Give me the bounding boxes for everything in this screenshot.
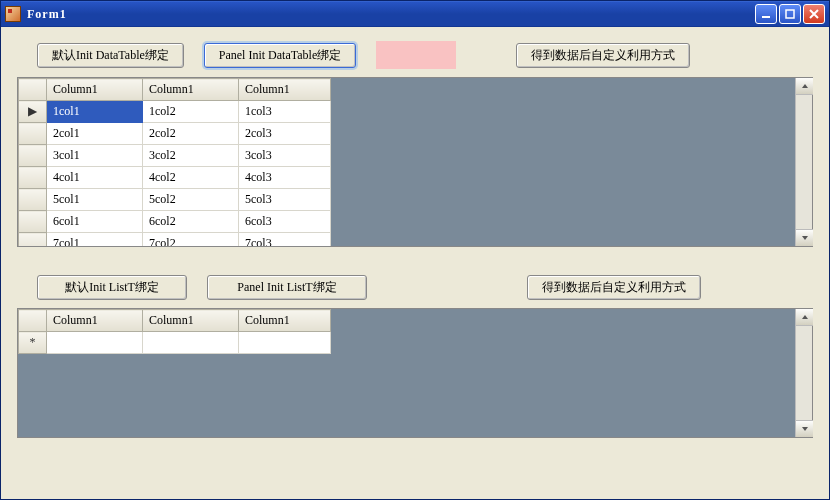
scroll-up-icon[interactable] xyxy=(796,309,813,326)
row-header[interactable]: ▶ xyxy=(19,101,47,123)
datagrid-top[interactable]: Column1Column1Column1▶1col11col21col32co… xyxy=(17,77,813,247)
panel-init-datatable-button[interactable]: Panel Init DataTable绑定 xyxy=(204,43,356,68)
titlebar[interactable]: Form1 xyxy=(1,1,829,27)
cell[interactable]: 5col1 xyxy=(47,189,143,211)
row-header[interactable] xyxy=(19,145,47,167)
rowheader-corner[interactable] xyxy=(19,310,47,332)
table-row[interactable]: * xyxy=(19,332,331,354)
datagrid-bottom[interactable]: Column1Column1Column1* xyxy=(17,308,813,438)
table-row[interactable]: 7col17col27col3 xyxy=(19,233,331,247)
table-row[interactable]: 3col13col23col3 xyxy=(19,145,331,167)
close-button[interactable] xyxy=(803,4,825,24)
cell[interactable]: 7col1 xyxy=(47,233,143,247)
button-row-bottom: 默认Init ListT绑定 Panel Init ListT绑定 得到数据后自… xyxy=(5,265,825,308)
cell[interactable]: 1col2 xyxy=(143,101,239,123)
cell[interactable]: 4col1 xyxy=(47,167,143,189)
cell[interactable]: 6col2 xyxy=(143,211,239,233)
column-header[interactable]: Column1 xyxy=(239,310,331,332)
row-header[interactable] xyxy=(19,211,47,233)
table-row[interactable]: ▶1col11col21col3 xyxy=(19,101,331,123)
cell[interactable] xyxy=(47,332,143,354)
app-icon xyxy=(5,6,21,22)
cell[interactable]: 4col2 xyxy=(143,167,239,189)
cell[interactable]: 1col3 xyxy=(239,101,331,123)
cell[interactable]: 5col3 xyxy=(239,189,331,211)
column-header[interactable]: Column1 xyxy=(143,310,239,332)
default-init-listt-button[interactable]: 默认Init ListT绑定 xyxy=(37,275,187,300)
client-area: 默认Init DataTable绑定 Panel Init DataTable绑… xyxy=(5,31,825,495)
cell[interactable]: 2col1 xyxy=(47,123,143,145)
pink-panel xyxy=(376,41,456,69)
table-row[interactable]: 4col14col24col3 xyxy=(19,167,331,189)
cell[interactable]: 1col1 xyxy=(47,101,143,123)
maximize-button[interactable] xyxy=(779,4,801,24)
custom-use-button-top[interactable]: 得到数据后自定义利用方式 xyxy=(516,43,690,68)
row-header[interactable] xyxy=(19,167,47,189)
scroll-up-icon[interactable] xyxy=(796,78,813,95)
cell[interactable]: 7col2 xyxy=(143,233,239,247)
default-init-datatable-button[interactable]: 默认Init DataTable绑定 xyxy=(37,43,184,68)
row-header[interactable] xyxy=(19,233,47,247)
row-header[interactable]: * xyxy=(19,332,47,354)
minimize-button[interactable] xyxy=(755,4,777,24)
button-row-top: 默认Init DataTable绑定 Panel Init DataTable绑… xyxy=(5,31,825,77)
column-header[interactable]: Column1 xyxy=(143,79,239,101)
table-row[interactable]: 5col15col25col3 xyxy=(19,189,331,211)
cell[interactable]: 2col3 xyxy=(239,123,331,145)
cell[interactable]: 2col2 xyxy=(143,123,239,145)
row-header[interactable] xyxy=(19,123,47,145)
form-window: Form1 默认Init DataTable绑定 Panel Init Data… xyxy=(0,0,830,500)
column-header[interactable]: Column1 xyxy=(47,79,143,101)
cell[interactable]: 3col1 xyxy=(47,145,143,167)
cell[interactable]: 5col2 xyxy=(143,189,239,211)
cell[interactable]: 6col1 xyxy=(47,211,143,233)
cell[interactable]: 4col3 xyxy=(239,167,331,189)
scrollbar-vertical[interactable] xyxy=(795,78,812,246)
scroll-down-icon[interactable] xyxy=(796,420,813,437)
cell[interactable]: 3col2 xyxy=(143,145,239,167)
cell[interactable]: 7col3 xyxy=(239,233,331,247)
rowheader-corner[interactable] xyxy=(19,79,47,101)
panel-init-listt-button[interactable]: Panel Init ListT绑定 xyxy=(207,275,367,300)
column-header[interactable]: Column1 xyxy=(47,310,143,332)
window-title: Form1 xyxy=(27,7,755,22)
cell[interactable] xyxy=(143,332,239,354)
table-row[interactable]: 6col16col26col3 xyxy=(19,211,331,233)
svg-rect-1 xyxy=(786,10,794,18)
scroll-down-icon[interactable] xyxy=(796,229,813,246)
column-header[interactable]: Column1 xyxy=(239,79,331,101)
cell[interactable]: 3col3 xyxy=(239,145,331,167)
svg-rect-0 xyxy=(762,16,770,18)
row-header[interactable] xyxy=(19,189,47,211)
table-row[interactable]: 2col12col22col3 xyxy=(19,123,331,145)
cell[interactable] xyxy=(239,332,331,354)
scrollbar-vertical-bottom[interactable] xyxy=(795,309,812,437)
cell[interactable]: 6col3 xyxy=(239,211,331,233)
custom-use-button-bottom[interactable]: 得到数据后自定义利用方式 xyxy=(527,275,701,300)
